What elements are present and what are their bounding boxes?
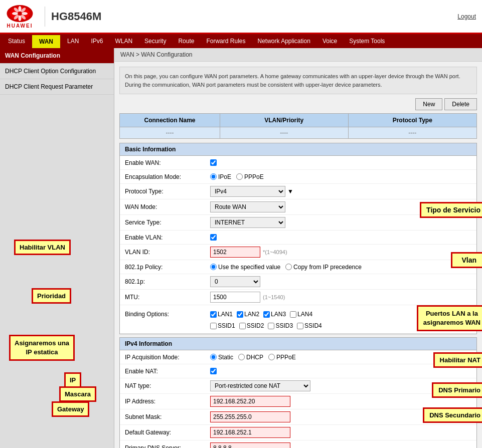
nat-type-label: NAT type: xyxy=(125,382,210,389)
lan2-checkbox[interactable] xyxy=(237,311,243,318)
policy-value-select[interactable]: 0123 4567 xyxy=(210,276,260,287)
table-sub-row: ---- ---- ---- xyxy=(119,127,477,139)
enable-vlan-checkbox[interactable] xyxy=(210,234,217,241)
service-type-select[interactable]: INTERNET TR069 VOIP OTHER xyxy=(210,217,285,228)
info-box: On this page, you can configure WAN port… xyxy=(119,67,477,94)
default-gateway-input[interactable] xyxy=(210,427,290,438)
annotation-asignar-ip: Asignaremos unaIP estatica xyxy=(9,335,75,361)
ip-acquisition-label: IP Acquisition Mode: xyxy=(125,354,210,361)
ssid1-checkbox-label[interactable]: SSID1 xyxy=(210,322,235,329)
ipoe-radio[interactable] xyxy=(210,173,217,180)
use-specified-radio[interactable] xyxy=(210,264,217,270)
annotation-prioridad: Prioridad xyxy=(32,288,71,304)
nav-security[interactable]: Security xyxy=(138,34,172,48)
ssid2-checkbox[interactable] xyxy=(239,323,246,329)
policy-label: 802.1p Policy: xyxy=(125,264,210,271)
vlan-id-row: VLAN ID: *(1~4094) xyxy=(120,245,476,260)
nav-route[interactable]: Route xyxy=(172,34,200,48)
policy-value-row: 802.1p: 0123 4567 xyxy=(120,274,476,290)
divider xyxy=(45,7,45,27)
nav-wan[interactable]: WAN xyxy=(32,35,60,48)
annotation-puertos-lan: Puertos LAN a laasignaremos WAN xyxy=(417,305,482,331)
dhcp-radio-label[interactable]: DHCP xyxy=(238,354,263,361)
primary-dns-input[interactable] xyxy=(210,442,290,448)
lan3-checkbox-label[interactable]: LAN3 xyxy=(263,311,286,318)
lan3-checkbox[interactable] xyxy=(263,311,270,318)
header: HUAWEI HG8546M Logout xyxy=(0,0,482,34)
svg-point-2 xyxy=(19,6,22,12)
protocol-type-arrow: ▼ xyxy=(287,188,293,195)
subnet-mask-input[interactable] xyxy=(210,411,290,422)
pppoe-radio-label[interactable]: PPPoE xyxy=(236,173,264,180)
protocol-type-select[interactable]: IPv4 IPv6 IPv4/IPv6 xyxy=(210,186,285,197)
mtu-input[interactable] xyxy=(210,292,260,303)
encapsulation-control: IPoE PPPoE xyxy=(210,173,264,180)
ssid3-checkbox[interactable] xyxy=(268,323,274,329)
enable-vlan-label: Enable VLAN: xyxy=(125,234,210,241)
lan1-checkbox[interactable] xyxy=(210,311,217,318)
nav-status[interactable]: Status xyxy=(2,34,31,48)
nav-wlan[interactable]: WLAN xyxy=(109,34,138,48)
ssid4-checkbox-label[interactable]: SSID4 xyxy=(297,322,322,329)
content-area: WAN > WAN Configuration On this page, yo… xyxy=(114,48,482,448)
col-protocol-type: Protocol Type xyxy=(349,114,477,127)
ssid3-checkbox-label[interactable]: SSID3 xyxy=(268,322,293,329)
table-sub-col3: ---- xyxy=(349,127,477,138)
sidebar-item-dhcp-option[interactable]: DHCP Client Option Configuration xyxy=(0,64,114,79)
nav-lan[interactable]: LAN xyxy=(61,34,85,48)
primary-dns-label: Primary DNS Server: xyxy=(125,444,210,448)
huawei-logo xyxy=(6,4,34,23)
enable-vlan-row: Enable VLAN: xyxy=(120,231,476,245)
ssid4-checkbox[interactable] xyxy=(297,323,303,329)
sidebar-item-wan-config[interactable]: WAN Configuration xyxy=(0,48,114,64)
pppoe-ip-radio[interactable] xyxy=(268,354,275,360)
enable-nat-checkbox[interactable] xyxy=(210,368,217,374)
device-name: HG8546M xyxy=(51,10,457,23)
pppoe-radio[interactable] xyxy=(236,173,243,180)
policy-row: 802.1p Policy: Use the specified value C… xyxy=(120,260,476,274)
enable-wan-label: Enable WAN: xyxy=(125,159,210,166)
static-radio[interactable] xyxy=(210,354,217,360)
enable-wan-checkbox[interactable] xyxy=(210,159,217,166)
encapsulation-label: Encapsulation Mode: xyxy=(125,173,210,180)
annotation-habilitar-vlan: Habilitar VLAN xyxy=(14,240,71,255)
lan1-checkbox-label[interactable]: LAN1 xyxy=(210,311,233,318)
nav-forward-rules[interactable]: Forward Rules xyxy=(200,34,251,48)
default-gateway-row: Default Gateway: xyxy=(120,425,476,440)
dhcp-radio[interactable] xyxy=(238,354,245,360)
wan-mode-select[interactable]: Route WAN Bridge WAN xyxy=(210,201,285,212)
main-layout: WAN Configuration DHCP Client Option Con… xyxy=(0,48,482,448)
ipoe-radio-label[interactable]: IPoE xyxy=(210,173,231,180)
sidebar-item-dhcp-request[interactable]: DHCP Client Request Parameter xyxy=(0,79,114,95)
logout-button[interactable]: Logout xyxy=(457,13,476,20)
lan4-checkbox-label[interactable]: LAN4 xyxy=(290,311,312,318)
nav-ipv6[interactable]: IPv6 xyxy=(85,34,109,48)
svg-point-5 xyxy=(22,12,28,15)
nav-voice[interactable]: Voice xyxy=(316,34,343,48)
binding-label: Binding Options: xyxy=(125,311,210,318)
use-specified-radio-label[interactable]: Use the specified value xyxy=(210,264,280,271)
copy-from-ip-radio[interactable] xyxy=(285,264,292,270)
nav-system-tools[interactable]: System Tools xyxy=(343,34,391,48)
copy-from-ip-radio-label[interactable]: Copy from IP precedence xyxy=(285,264,362,271)
nav-bar: Status WAN LAN IPv6 WLAN Security Route … xyxy=(0,34,482,48)
new-button[interactable]: New xyxy=(415,98,442,110)
mtu-label: MTU: xyxy=(125,294,210,301)
default-gateway-label: Default Gateway: xyxy=(125,429,210,436)
ssid2-checkbox-label[interactable]: SSID2 xyxy=(239,322,264,329)
annotation-tipo-servicio: Tipo de Servicio xyxy=(420,202,482,218)
vlan-id-label: VLAN ID: xyxy=(125,249,210,256)
static-radio-label[interactable]: Static xyxy=(210,354,233,361)
lan2-checkbox-label[interactable]: LAN2 xyxy=(237,311,259,318)
nav-network-application[interactable]: Network Application xyxy=(251,34,316,48)
delete-button[interactable]: Delete xyxy=(444,98,477,110)
table-header: Connection Name VLAN/Priority Protocol T… xyxy=(119,113,477,127)
svg-point-4 xyxy=(12,12,18,15)
ip-acquisition-control: Static DHCP PPPoE xyxy=(210,354,296,361)
pppoe-ip-radio-label[interactable]: PPPoE xyxy=(268,354,296,361)
ssid1-checkbox[interactable] xyxy=(210,323,217,329)
vlan-id-input[interactable] xyxy=(210,247,260,258)
ip-address-input[interactable] xyxy=(210,396,290,407)
lan4-checkbox[interactable] xyxy=(290,311,296,318)
nat-type-select[interactable]: Port-restricted cone NAT Full cone NAT A… xyxy=(210,380,310,391)
